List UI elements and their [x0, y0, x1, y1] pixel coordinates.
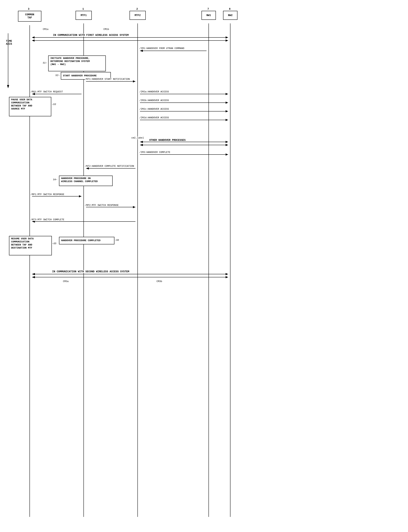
svg-marker-44	[32, 273, 35, 275]
svg-marker-36	[86, 167, 89, 169]
s5-step: ~S5	[52, 242, 56, 245]
s2-step: S2~	[55, 74, 60, 77]
cm3-msg-label: IN COMMUNICATION WITH SECOND WIRELESS AC…	[52, 270, 129, 273]
rp1-label: /RP1:MTF SWITCH RESPONSE	[31, 193, 64, 196]
svg-marker-18	[32, 93, 35, 95]
cm2-msg-label: OTHER HANDOVER PROCESSES	[149, 139, 186, 142]
svg-marker-16	[133, 80, 136, 82]
rq1-label: /RQ1:MTF SWITCH REQUEST	[31, 90, 63, 93]
svg-marker-26	[226, 119, 228, 121]
s4-step: S4~	[53, 178, 57, 181]
entity-num-8: 8	[229, 8, 230, 10]
im2b-label: /IM2b:HANDOVER ACCESS	[139, 99, 169, 102]
sequence-diagram: 3 1 2 7 8 COMMONTAF MTF1 MTF2 NW1 NW2 TI…	[0, 0, 408, 532]
nt1-label: /NT1:HANDOVER START NOTIFICATION	[85, 78, 130, 80]
im3-label: /IM3:HANDOVER COMPLETE	[139, 151, 170, 154]
s1-box: INITIATE HANDOVER PROCEDURE,DETERMINE DE…	[48, 55, 106, 71]
entity-nw1: NW1	[202, 11, 216, 20]
s3-step: ~S3	[52, 103, 56, 106]
svg-marker-12	[226, 39, 228, 42]
svg-marker-32	[226, 144, 228, 146]
svg-marker-28	[140, 141, 143, 143]
time-axis-label: TIMEAXIS	[4, 40, 14, 45]
svg-marker-6	[7, 85, 9, 88]
svg-marker-29	[226, 141, 228, 143]
entity-num-7: 7	[207, 8, 209, 10]
svg-marker-45	[226, 273, 228, 275]
im2c-label: /IM2c:HANDOVER ACCESS	[139, 108, 169, 110]
svg-marker-22	[226, 102, 228, 104]
entity-num-2: 2	[136, 8, 138, 10]
svg-marker-47	[32, 276, 35, 278]
im2d-label: /IM2d:HANDOVER ACCESS	[139, 116, 169, 119]
svg-marker-20	[226, 93, 228, 95]
svg-marker-9	[226, 36, 228, 39]
svg-marker-40	[133, 206, 136, 208]
s6-step: ~S6	[115, 239, 119, 241]
svg-marker-24	[226, 110, 228, 112]
entity-nw2: NW2	[223, 11, 238, 20]
diagram-svg	[0, 0, 408, 532]
cm1a-label: CM1a	[43, 28, 48, 31]
svg-marker-14	[140, 50, 143, 52]
entity-common-taf: COMMONTAF	[18, 11, 41, 22]
svg-marker-11	[32, 39, 34, 42]
entity-nw2-label: NW2	[228, 14, 232, 17]
rp2-label: /RP2:MTF SWITCH RESPONSE	[85, 204, 119, 207]
s4-box: HANDOVER PROCEDURE ONWIRELESS CHANNEL CO…	[59, 176, 113, 186]
svg-marker-38	[79, 195, 82, 197]
im1-label: /IM1:HANDOVER FROM UTRAN COMMAND	[139, 47, 184, 50]
cm2-label: cm2_label	[131, 136, 144, 139]
entity-mtf2: MTF2	[129, 11, 146, 20]
entity-mtf2-label: MTF2	[135, 14, 141, 17]
entity-mtf1-label: MTF1	[81, 14, 87, 17]
svg-marker-34	[226, 153, 228, 156]
entity-num-3: 3	[28, 8, 29, 10]
im2a-label: /IM2a:HANDOVER ACCESS	[139, 90, 169, 93]
time-axis-text: TIMEAXIS	[6, 40, 12, 45]
s3-box: PAUSE USER DATACOMMUNICATIONBETWEEN TAF …	[9, 97, 51, 116]
s6-box: HANDOVER PROCEDURE COMPLETED	[59, 237, 114, 244]
svg-marker-31	[140, 144, 143, 146]
entity-mtf1: MTF1	[76, 11, 92, 20]
nt2-label: /NT2:HANDOVER COMPLETE NOTIFICATION	[85, 165, 134, 168]
entity-nw1-label: NW1	[206, 14, 211, 17]
cm1b-label: CM1b	[103, 28, 109, 31]
entity-common-taf-label: COMMONTAF	[25, 13, 34, 19]
svg-marker-8	[32, 36, 34, 39]
nt3-label: /NT3:MTF SWITCH COMPLETE	[31, 218, 64, 221]
cm3a-label: CM3a	[63, 280, 68, 283]
svg-marker-48	[226, 276, 228, 278]
cm1-msg-label: IN COMMUNICATION WITH FIRST WIRELESS ACC…	[53, 34, 129, 36]
cm3b-label: CM3b	[156, 280, 162, 283]
s1-step: S1~	[43, 62, 47, 64]
s5-box: RESUME USER DATACOMMUNICATIONBETWEEN TAF…	[9, 236, 52, 255]
entity-num-1: 1	[82, 8, 84, 10]
